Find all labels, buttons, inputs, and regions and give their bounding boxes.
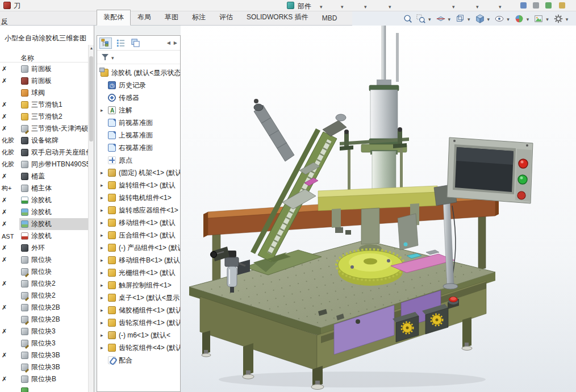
feature-tree-item[interactable]: 前视基准面: [97, 116, 180, 129]
file-list-item[interactable]: 双手启动开关座组件: [19, 147, 88, 159]
filter-caret-icon[interactable]: [111, 53, 114, 61]
expand-arrow-icon[interactable]: ▸: [101, 282, 108, 288]
ribbon-tool-icon[interactable]: [533, 2, 539, 9]
expand-arrow-icon[interactable]: ▸: [101, 307, 108, 313]
file-list-item[interactable]: 桶主体: [19, 182, 88, 194]
propertymanager-tab[interactable]: [114, 37, 127, 49]
file-list-item[interactable]: 限位块2B: [19, 302, 88, 314]
ribbon-tab[interactable]: 装配体: [97, 10, 131, 26]
feature-tree-item[interactable]: ▸ 压合组件<1> (默认: [97, 229, 180, 241]
dropdown-caret-icon[interactable]: [341, 2, 344, 10]
machine-3d-model[interactable]: [181, 26, 576, 392]
dropdown-caret-icon[interactable]: [499, 2, 502, 10]
view-settings-icon[interactable]: [553, 13, 564, 24]
expand-arrow-icon[interactable]: ▸: [101, 257, 108, 263]
ribbon-tab[interactable]: 评估: [212, 10, 240, 26]
feature-tree-item[interactable]: ▸ 移动组件B<1> (默认: [97, 254, 180, 266]
expand-arrow-icon[interactable]: ▸: [101, 270, 108, 276]
ribbon-tab[interactable]: 草图: [158, 10, 185, 26]
tilted-cylinder[interactable]: [254, 99, 294, 161]
feature-tree-item[interactable]: ▸ 桌子<1> (默认<显示: [97, 291, 180, 304]
expand-arrow-icon[interactable]: ▸: [101, 320, 108, 326]
file-list-item[interactable]: 三节滑轨-天津鸿硕: [19, 123, 88, 135]
dropdown-caret-icon[interactable]: [364, 2, 367, 10]
dropdown-caret-icon[interactable]: [546, 15, 549, 23]
feature-tree-item[interactable]: 历史记录: [97, 79, 180, 91]
feature-tree-item[interactable]: 传感器: [97, 91, 180, 104]
display-style-icon[interactable]: [474, 13, 486, 24]
file-list-item[interactable]: 涂胶机: [19, 194, 88, 206]
feature-tree-item[interactable]: 原点: [97, 154, 180, 166]
ribbon-tab[interactable]: SOLIDWORKS 插件: [240, 10, 315, 26]
feature-tree-item[interactable]: 配合: [97, 354, 180, 366]
file-list-item[interactable]: 前面板: [19, 75, 88, 87]
scrollbar-thumb[interactable]: [89, 56, 93, 141]
file-list-item[interactable]: 外环: [19, 242, 88, 254]
feature-tree-item[interactable]: 涂胶机 (默认<显示状态: [97, 66, 180, 79]
file-list-item[interactable]: 限位块: [19, 266, 88, 278]
feature-tree-item[interactable]: ▸ 齿轮泵组件<4> (默认: [97, 341, 180, 354]
file-list-item[interactable]: 限位块2B: [19, 314, 88, 326]
feature-tree-item[interactable]: ▸ 触屏控制组件<1>: [97, 279, 180, 291]
feature-tree-item[interactable]: ▸ 旋转电机组件<1>: [97, 191, 180, 204]
file-list-item[interactable]: 涂胶机: [19, 230, 88, 242]
ribbon-tab[interactable]: MBD: [315, 11, 344, 26]
dropdown-caret-icon[interactable]: [487, 15, 490, 23]
apply-scene-icon[interactable]: [533, 13, 544, 24]
file-list-item[interactable]: 限位块B: [19, 373, 88, 385]
file-list-scrollbar[interactable]: ▲: [88, 45, 94, 392]
ribbon-tool-icon[interactable]: [520, 2, 527, 9]
file-list-item[interactable]: 限位块3B: [19, 361, 88, 373]
file-list-item[interactable]: 限位块2: [19, 290, 88, 302]
expand-arrow-icon[interactable]: ▸: [101, 107, 108, 113]
file-list-item[interactable]: 同步带HTBN490S5: [19, 159, 88, 170]
configurationmanager-tab[interactable]: [129, 37, 141, 49]
panel-prev-arrow-icon[interactable]: [166, 40, 171, 45]
file-list-item[interactable]: 桶盖: [19, 170, 88, 182]
feature-tree-item[interactable]: ▸ 移动组件<1> (默认: [97, 216, 180, 229]
dropdown-caret-icon[interactable]: [476, 2, 479, 10]
feature-tree-item[interactable]: ▸ (-) m6<1> (默认<: [97, 329, 180, 341]
dropdown-caret-icon[interactable]: [452, 2, 455, 10]
dropdown-caret-icon[interactable]: [320, 2, 323, 10]
feature-tree-item[interactable]: ▸ 储胶桶组件<1> (默认: [97, 304, 180, 316]
section-view-icon[interactable]: [435, 13, 446, 24]
expand-arrow-icon[interactable]: ▸: [101, 345, 108, 351]
feature-tree-item[interactable]: ▸ 旋转感应器组件<1>: [97, 204, 180, 216]
zoom-fit-icon[interactable]: [402, 13, 414, 24]
view-orientation-icon[interactable]: [454, 13, 466, 24]
filter-funnel-icon[interactable]: [101, 53, 109, 61]
file-list-item[interactable]: 限位块: [19, 254, 88, 266]
feature-tree-item[interactable]: ▸ 齿轮泵组件<1> (默认: [97, 316, 180, 329]
file-list-item[interactable]: 涂胶机: [19, 206, 88, 218]
component-cube-icon[interactable]: [287, 2, 294, 9]
file-list-item[interactable]: 限位块2: [19, 278, 88, 290]
feature-tree-item[interactable]: ▸ (固定) 机架<1> (默认: [97, 166, 180, 179]
dropdown-caret-icon[interactable]: [389, 2, 391, 10]
dropdown-caret-icon[interactable]: [566, 15, 569, 23]
expand-arrow-icon[interactable]: ▸: [101, 195, 108, 201]
expand-arrow-icon[interactable]: ▸: [101, 170, 108, 176]
dropdown-caret-icon[interactable]: [527, 15, 529, 23]
expand-arrow-icon[interactable]: ▸: [101, 232, 108, 238]
hide-show-items-icon[interactable]: [494, 13, 505, 24]
expand-arrow-icon[interactable]: ▸: [101, 220, 108, 226]
file-list-item[interactable]: 球阀: [19, 87, 88, 99]
file-list-item[interactable]: 限位块3: [19, 337, 88, 349]
file-list-item[interactable]: 三节滑轨2: [19, 111, 88, 123]
edit-appearance-icon[interactable]: [514, 13, 525, 24]
scroll-up-arrow-icon[interactable]: ▲: [89, 45, 94, 52]
file-list-item[interactable]: 三节滑轨1: [19, 99, 88, 111]
zoom-area-icon[interactable]: [415, 13, 427, 24]
dropdown-caret-icon[interactable]: [448, 15, 451, 23]
feature-tree-item[interactable]: ▸ 注解: [97, 104, 180, 116]
feature-tree-item[interactable]: ▸ 光栅组件<1> (默认: [97, 266, 180, 279]
expand-arrow-icon[interactable]: ▸: [101, 182, 108, 188]
ribbon-tab[interactable]: 布局: [131, 10, 158, 26]
file-list-item[interactable]: 限位块3B: [19, 349, 88, 361]
feature-tree-item[interactable]: 右视基准面: [97, 141, 180, 154]
ribbon-tab[interactable]: 标注: [185, 10, 212, 26]
feature-tree-item[interactable]: 上视基准面: [97, 129, 180, 141]
feature-tree-item[interactable]: ▸ (-) 产品组件<1> (默认: [97, 241, 180, 254]
file-list-item[interactable]: 前面板: [19, 63, 88, 75]
